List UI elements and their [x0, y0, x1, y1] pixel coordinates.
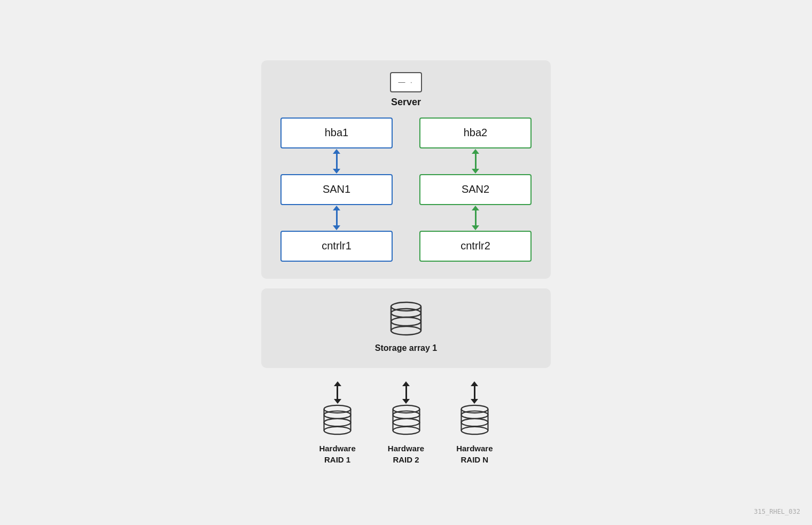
- raid-item-2: HardwareRAID 2: [388, 381, 424, 465]
- hba1-box: hba1: [280, 117, 393, 148]
- server-icon: [390, 72, 422, 92]
- storage-array-icon: [387, 301, 425, 338]
- svg-point-29: [393, 405, 419, 412]
- raid-n-label: HardwareRAID N: [456, 443, 493, 465]
- raid-item-n: HardwareRAID N: [456, 381, 493, 465]
- hba2-box: hba2: [419, 117, 532, 148]
- san1-box: SAN1: [280, 174, 393, 205]
- green-arrow-2: [475, 209, 477, 226]
- svg-point-9: [391, 302, 421, 311]
- svg-point-30: [461, 426, 488, 434]
- svg-point-0: [391, 326, 421, 335]
- full-diagram: Server hba1 SAN1: [261, 60, 551, 465]
- raid-arrow-n: [474, 385, 475, 400]
- svg-point-3: [391, 317, 421, 326]
- watermark: 315_RHEL_032: [754, 508, 800, 515]
- blue-arrow-2: [336, 209, 338, 226]
- cntrlr2-box: cntrlr2: [419, 231, 532, 262]
- raid-arrow-2: [405, 385, 407, 400]
- raid-item-1: HardwareRAID 1: [319, 381, 355, 465]
- raid-arrow-1-connector: [337, 381, 338, 404]
- server-title: Server: [391, 97, 421, 108]
- raid-arrow-2-connector: [405, 381, 407, 404]
- arrow-hba2-san2: [475, 148, 477, 174]
- raid-arrow-n-connector: [474, 381, 475, 404]
- svg-point-13: [324, 418, 351, 426]
- raid-1-icon: [320, 404, 355, 437]
- raid-section: HardwareRAID 1: [319, 381, 493, 465]
- cntrlr1-box: cntrlr1: [280, 231, 393, 262]
- raid-2-label: HardwareRAID 2: [388, 443, 424, 465]
- col-left-blue: hba1 SAN1 cntrlr1: [280, 117, 393, 262]
- arrow-san1-cntrlr1: [336, 205, 338, 231]
- raid-arrow-1: [337, 385, 338, 400]
- col-right-green: hba2 SAN2 cntrlr2: [419, 117, 532, 262]
- svg-point-23: [393, 418, 419, 426]
- arrow-hba1-san1: [336, 148, 338, 174]
- diagram-container: Server hba1 SAN1: [0, 0, 812, 525]
- server-section: Server hba1 SAN1: [261, 60, 551, 279]
- san2-box: SAN2: [419, 174, 532, 205]
- blue-arrow-1: [336, 153, 338, 170]
- svg-point-10: [324, 426, 351, 434]
- arrow-san2-cntrlr2: [475, 205, 477, 231]
- svg-point-33: [461, 418, 488, 426]
- svg-point-39: [461, 405, 488, 412]
- storage-section: Storage array 1: [261, 288, 551, 368]
- green-arrow-1: [475, 153, 477, 170]
- svg-point-20: [393, 426, 419, 434]
- svg-point-19: [324, 405, 351, 412]
- storage-label: Storage array 1: [375, 343, 438, 353]
- raid-n-icon: [457, 404, 492, 437]
- server-label-area: Server: [390, 72, 422, 108]
- raid-1-label: HardwareRAID 1: [319, 443, 355, 465]
- raid-2-icon: [389, 404, 424, 437]
- two-columns: hba1 SAN1 cntrlr1: [280, 117, 532, 262]
